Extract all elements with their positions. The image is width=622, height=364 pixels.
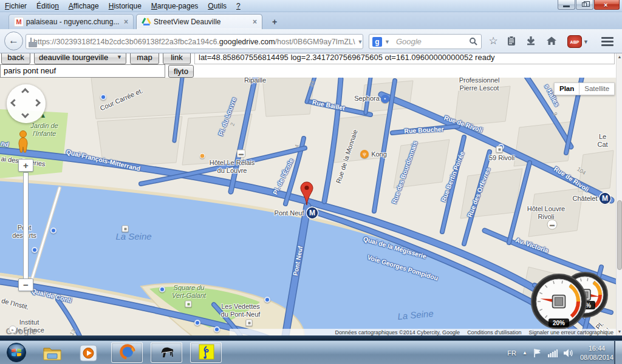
minimize-button[interactable] [558, 0, 575, 10]
hotel-poi-icon[interactable]: ▬ [547, 220, 558, 230]
menu-outils[interactable]: Outils [203, 1, 231, 10]
tray-expand-icon[interactable]: ▲ [522, 350, 527, 356]
map-pan-control[interactable] [7, 84, 46, 123]
metro-station-icon[interactable]: M [307, 207, 318, 218]
action-center-flag-icon[interactable] [533, 348, 542, 358]
menu-marquepages[interactable]: Marque-pages [146, 1, 203, 10]
tab-close-icon[interactable]: × [253, 18, 257, 26]
clock[interactable]: 16:44 08/08/2014 [580, 344, 613, 362]
report-error-link[interactable]: Signaler une erreur cartographique [528, 329, 613, 335]
taskbar: FR ▲ 16:44 08/08/2014 [0, 340, 622, 364]
tab-label: palaiseau - nguyenc.chung... [26, 18, 121, 26]
screen: FichierÉditionAffichageHistoriqueMarque-… [0, 0, 622, 364]
piano-app-icon[interactable] [159, 343, 176, 360]
pan-right-icon[interactable] [33, 99, 41, 107]
date-text: 08/08/2014 [580, 353, 613, 362]
explorer-icon[interactable] [41, 345, 63, 362]
google-search-engine-icon: g [372, 37, 382, 47]
url-prefix: https://30239318f214b2cdc3b069138f22a3fb… [33, 38, 219, 46]
firefox-icon[interactable] [119, 343, 136, 360]
shopping-poi-icon[interactable]: ▪ [381, 95, 389, 103]
tab-gmail[interactable]: M palaiseau - nguyenc.chung... × [9, 14, 134, 29]
system-tray: FR ▲ 16:44 08/08/2014 [507, 341, 613, 364]
search-placeholder: Google [396, 37, 469, 46]
tab-streetview-deauville[interactable]: StreetView Deauville × [136, 14, 262, 29]
music-notation-app-icon[interactable] [198, 343, 215, 360]
pan-down-icon[interactable] [21, 110, 29, 118]
downloads-icon[interactable] [524, 36, 538, 49]
zoom-in-button[interactable]: + [18, 159, 33, 172]
map-type-satellite-button[interactable]: Satellite [579, 83, 615, 95]
generic-poi-icon[interactable] [122, 226, 129, 232]
streetview-pano-dot[interactable] [194, 320, 200, 326]
poi-dot-icon [200, 153, 205, 159]
menu-historique[interactable]: Historique [104, 1, 146, 10]
restaurant-poi-icon[interactable]: ψ [360, 150, 369, 158]
metro-station-icon[interactable]: M [600, 193, 610, 204]
url-bar[interactable]: https://30239318f214b2cdc3b069138f22a3fb… [26, 34, 363, 49]
pegman-icon[interactable] [16, 130, 30, 158]
bookmark-star-icon[interactable]: ☆ [486, 36, 501, 47]
lock-icon [30, 38, 32, 42]
tab-strip: M palaiseau - nguyenc.chung... × StreetV… [0, 12, 622, 29]
generic-poi-icon[interactable] [496, 146, 503, 153]
zoom-slider[interactable] [23, 172, 29, 279]
streetview-pano-dot[interactable] [159, 286, 165, 292]
streetview-pano-dot[interactable] [50, 228, 56, 234]
url-domain: googledrive.com [219, 38, 275, 46]
scroll-up-icon[interactable]: ▲ [617, 53, 622, 61]
start-button[interactable] [6, 342, 27, 363]
media-player-icon[interactable] [79, 344, 98, 362]
institut-poi-icon[interactable]: ▸ [9, 326, 17, 334]
generic-poi-icon[interactable] [185, 301, 192, 308]
menu-hamburger-icon[interactable] [601, 37, 613, 48]
show-desktop-button[interactable] [614, 341, 622, 364]
scroll-down-icon[interactable]: ▼ [617, 328, 622, 335]
abp-dropdown-icon[interactable]: ▼ [583, 39, 589, 45]
hotel-poi-icon[interactable]: ▬ [237, 150, 245, 158]
search-icon[interactable] [469, 37, 478, 46]
menu-?[interactable]: ? [231, 1, 245, 10]
tab-label: StreetView Deauville [154, 18, 250, 26]
pan-up-icon[interactable] [21, 88, 29, 96]
flyto-button[interactable]: flyto [168, 65, 194, 78]
back-button[interactable]: ← [4, 32, 23, 50]
generic-poi-icon[interactable] [246, 320, 253, 326]
streetview-pano-dot[interactable] [214, 326, 220, 332]
pan-left-icon[interactable] [10, 99, 18, 107]
adblock-plus-icon[interactable]: ABP [567, 35, 582, 48]
home-icon[interactable] [544, 36, 559, 49]
tab-close-icon[interactable]: × [124, 18, 128, 26]
streetview-pano-dot[interactable] [100, 94, 106, 100]
google-map[interactable]: 86%20% Cour Carrée et.Jardin de l'Infant… [0, 78, 616, 335]
map-canvas: 86%20% [0, 78, 616, 335]
network-icon[interactable] [548, 349, 558, 357]
close-button[interactable]: × [594, 0, 620, 10]
copyright-text: Données cartographiques ©2014 Cybercity,… [335, 329, 460, 335]
bookmarks-menu-icon[interactable] [504, 36, 519, 49]
menu-affichage[interactable]: Affichage [64, 1, 104, 10]
search-bar[interactable]: g ▼ Google [369, 34, 482, 49]
zoom-out-button[interactable]: − [18, 278, 33, 291]
window-controls: × [557, 0, 620, 10]
menu-fichier[interactable]: Fichier [0, 1, 32, 10]
google-drive-icon [142, 17, 151, 27]
map-type-plan-button[interactable]: Plan [554, 83, 579, 95]
language-indicator[interactable]: FR [507, 349, 516, 357]
scrollbar-thumb[interactable] [617, 200, 622, 270]
streetview-pano-dot[interactable] [32, 247, 38, 253]
gmail-icon: M [14, 17, 24, 27]
navigation-toolbar: ← https://30239318f214b2cdc3b069138f22a3… [0, 29, 622, 53]
map-attribution: Données cartographiques ©2014 Cybercity,… [230, 329, 616, 335]
time-text: 16:44 [580, 344, 613, 353]
new-tab-button[interactable]: + [267, 17, 282, 28]
menu-dition[interactable]: Édition [32, 1, 64, 10]
streetview-pano-dot[interactable] [264, 297, 270, 303]
flyto-search-input[interactable]: paris pont neuf [0, 64, 165, 78]
volume-icon[interactable] [564, 349, 574, 357]
url-dropdown-icon[interactable]: ▼ [358, 39, 363, 45]
page-scrollbar[interactable]: ▲ ▼ [616, 53, 622, 335]
engine-dropdown-icon[interactable]: ▼ [384, 39, 390, 45]
terms-link[interactable]: Conditions d'utilisation [467, 329, 521, 335]
restore-button[interactable] [576, 0, 593, 10]
